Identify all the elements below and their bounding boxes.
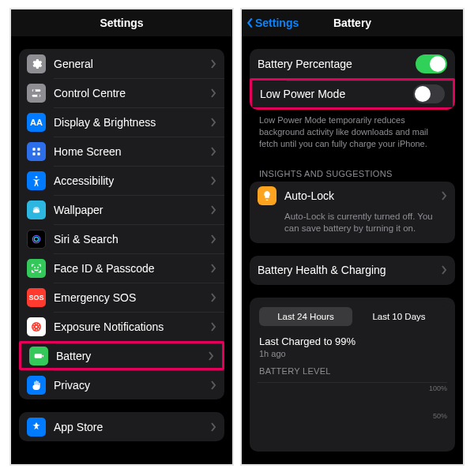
- time-range-segment[interactable]: Last 24 Hours Last 10 Days: [258, 305, 447, 328]
- switches-icon: [27, 84, 46, 103]
- row-siri[interactable]: Siri & Search: [19, 224, 224, 253]
- chevron-right-icon: [210, 264, 216, 273]
- svg-rect-6: [32, 152, 35, 155]
- health-group: Battery Health & Charging: [250, 256, 455, 285]
- row-privacy[interactable]: Privacy: [19, 370, 224, 399]
- row-exposure[interactable]: Exposure Notifications: [19, 312, 224, 341]
- wallpaper-icon: [27, 201, 46, 219]
- low-power-mode-description: Low Power Mode temporarily reduces backg…: [250, 110, 455, 159]
- hand-icon: [27, 376, 46, 395]
- svg-point-20: [34, 324, 36, 325]
- insights-group: Auto-Lock Auto-Lock is currently turned …: [250, 182, 455, 243]
- low-power-mode-toggle[interactable]: [413, 84, 445, 103]
- row-battery-percentage[interactable]: Battery Percentage: [250, 49, 455, 78]
- row-control-center[interactable]: Control Centre: [19, 78, 224, 107]
- row-battery-health[interactable]: Battery Health & Charging: [250, 256, 455, 285]
- usage-group: Last 24 Hours Last 10 Days Last Charged …: [250, 298, 455, 452]
- row-battery[interactable]: Battery: [19, 341, 224, 370]
- svg-point-11: [34, 237, 38, 241]
- chevron-right-icon: [210, 380, 216, 390]
- tick-100: 100%: [429, 384, 447, 392]
- svg-point-12: [35, 267, 36, 268]
- svg-point-15: [36, 325, 38, 328]
- settings-group: General Control Centre AA Display & Brig…: [19, 49, 224, 399]
- chevron-right-icon: [441, 191, 447, 201]
- chevron-right-icon: [210, 147, 216, 156]
- chevron-right-icon: [210, 234, 216, 244]
- svg-point-22: [34, 328, 36, 329]
- battery-percentage-toggle[interactable]: [416, 54, 447, 73]
- row-label: Siri & Search: [54, 233, 210, 245]
- row-label: Auto-Lock: [284, 189, 441, 202]
- row-faceid[interactable]: Face ID & Passcode: [19, 253, 224, 283]
- insights-header: INSIGHTS AND SUGGESTIONS: [250, 159, 455, 182]
- row-label: App Store: [54, 421, 210, 433]
- page-title: Battery: [333, 17, 371, 29]
- sos-icon: SOS: [27, 288, 46, 307]
- battery-icon: [29, 347, 48, 365]
- home-grid-icon: [27, 142, 46, 161]
- chevron-right-icon: [210, 205, 216, 215]
- text-size-icon: AA: [27, 113, 46, 132]
- row-auto-lock[interactable]: Auto-Lock: [250, 182, 455, 211]
- svg-rect-5: [37, 148, 40, 150]
- svg-point-21: [38, 324, 40, 325]
- svg-point-8: [36, 176, 38, 178]
- row-accessibility[interactable]: Accessibility: [19, 166, 224, 195]
- svg-point-3: [37, 94, 40, 96]
- exposure-icon: [27, 317, 46, 336]
- appstore-icon: [27, 418, 46, 437]
- svg-rect-7: [37, 152, 40, 155]
- row-label: Home Screen: [54, 145, 210, 158]
- seg-10d[interactable]: Last 10 Days: [352, 307, 446, 326]
- row-sos[interactable]: SOS Emergency SOS: [19, 283, 224, 312]
- last-charged-sub: 1h ago: [259, 349, 446, 358]
- accessibility-icon: [27, 171, 46, 190]
- back-label: Settings: [255, 17, 299, 29]
- toggles-group: Battery Percentage Low Power Mode: [250, 49, 455, 110]
- row-label: Battery: [56, 350, 208, 362]
- seg-24h[interactable]: Last 24 Hours: [259, 307, 352, 326]
- row-home-screen[interactable]: Home Screen: [19, 137, 224, 166]
- chevron-right-icon: [210, 88, 216, 98]
- row-general[interactable]: General: [19, 49, 224, 78]
- svg-rect-24: [35, 354, 42, 358]
- nav-bar: Settings Battery: [242, 9, 463, 36]
- chevron-right-icon: [441, 265, 447, 275]
- row-display[interactable]: AA Display & Brightness: [19, 107, 224, 137]
- battery-level-header: BATTERY LEVEL: [258, 358, 447, 377]
- tick-50: 50%: [433, 412, 447, 420]
- settings-panel: Settings General Control Centre AA Displ…: [9, 8, 234, 466]
- battery-panel: Settings Battery Battery Percentage Low …: [240, 8, 465, 466]
- siri-icon: [27, 230, 46, 249]
- chevron-right-icon: [210, 322, 216, 332]
- chevron-right-icon: [210, 422, 216, 432]
- row-app-store[interactable]: App Store: [19, 412, 224, 441]
- nav-bar: Settings: [11, 9, 232, 36]
- row-label: Display & Brightness: [54, 116, 210, 129]
- bulb-icon: [258, 186, 276, 205]
- auto-lock-description: Auto-Lock is currently turned off. You c…: [250, 211, 455, 243]
- back-button[interactable]: Settings: [246, 17, 299, 29]
- chevron-right-icon: [208, 351, 214, 361]
- page-title: Settings: [100, 17, 143, 29]
- row-label: Exposure Notifications: [54, 320, 210, 333]
- row-label: Battery Percentage: [258, 58, 416, 70]
- chevron-right-icon: [210, 59, 216, 69]
- svg-point-23: [38, 328, 40, 329]
- row-low-power-mode[interactable]: Low Power Mode: [250, 78, 455, 110]
- row-label: Control Centre: [54, 87, 210, 99]
- row-label: Battery Health & Charging: [258, 264, 441, 276]
- row-label: Privacy: [54, 379, 210, 392]
- svg-point-2: [33, 89, 36, 92]
- chevron-right-icon: [210, 293, 216, 302]
- row-label: Face ID & Passcode: [54, 262, 210, 275]
- svg-rect-4: [32, 148, 35, 150]
- battery-level-chart: 100% 50%: [258, 382, 447, 444]
- row-wallpaper[interactable]: Wallpaper: [19, 195, 224, 224]
- svg-point-16: [36, 323, 37, 324]
- row-label: Emergency SOS: [54, 291, 210, 304]
- svg-point-19: [39, 326, 40, 328]
- faceid-icon: [27, 259, 46, 278]
- row-label: Accessibility: [54, 174, 210, 187]
